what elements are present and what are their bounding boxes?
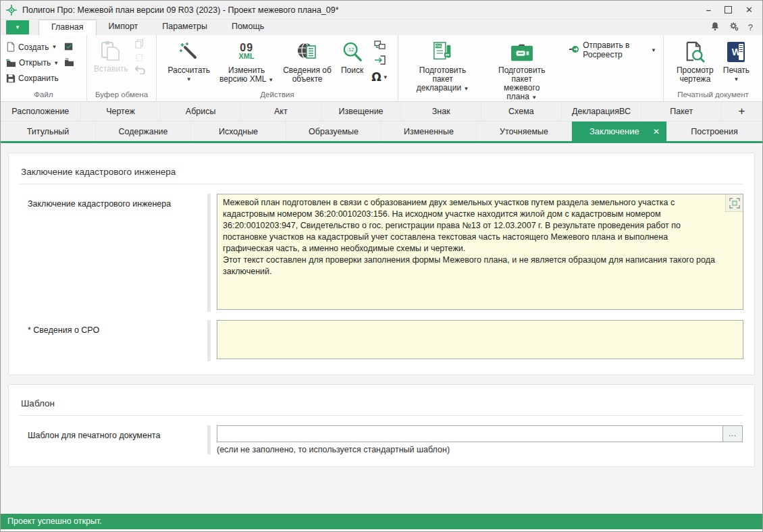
structure-icon[interactable] xyxy=(374,41,386,52)
magic-wand-icon xyxy=(179,40,199,64)
ribbon-group-file: Создать▼ Открыть▼ Сохранить xyxy=(1,35,87,101)
tab-postroeniya[interactable]: Построения xyxy=(667,122,762,141)
section-title-conclusion: Заключение кадастрового инженера xyxy=(21,167,743,177)
tab-zaklyuchenie-active[interactable]: Заключение ✕ xyxy=(572,122,667,141)
new-button[interactable]: Создать▼ xyxy=(5,41,60,53)
section-title-template: Шаблон xyxy=(21,398,743,408)
omega-symbols-button[interactable]: Ω ▼ xyxy=(370,70,389,84)
save-floppy-icon xyxy=(6,74,16,83)
expand-field-button[interactable] xyxy=(725,194,743,212)
copy-special-icon[interactable] xyxy=(135,53,144,63)
tab-deklaratsiyavs[interactable]: ДекларацияВС xyxy=(562,102,642,121)
group-label-actions: Действия xyxy=(159,89,395,101)
paste-button[interactable]: Вставить xyxy=(90,38,132,76)
maximize-button[interactable] xyxy=(725,6,732,14)
template-field-label: Шаблон для печатного документа xyxy=(20,425,207,454)
view-drawing-button[interactable]: Просмотр чертежа xyxy=(672,38,718,86)
app-menu-button[interactable]: ▼ xyxy=(6,20,29,34)
new-document-icon xyxy=(6,42,16,52)
ribbon-group-edoc: XML Подготовить пакет декларации ▼ Подго… xyxy=(398,35,664,101)
tab-skhema[interactable]: Схема xyxy=(481,102,562,121)
close-button[interactable]: ✕ xyxy=(745,5,753,16)
add-tab-button[interactable]: + xyxy=(722,102,762,121)
prepare-declaration-package-button[interactable]: XML Подготовить пакет декларации ▼ xyxy=(411,38,475,95)
sro-field-label: * Сведения о СРО xyxy=(20,320,207,361)
ribbon: Создать▼ Открыть▼ Сохранить xyxy=(1,35,762,102)
svg-text::12: :12 xyxy=(346,47,353,53)
tab-znak[interactable]: Знак xyxy=(401,102,481,121)
globe-document-icon xyxy=(296,40,318,64)
change-xml-version-button[interactable]: 09 XML Изменить версию XML ▼ xyxy=(215,38,278,86)
conclusion-section: Заключение кадастрового инженера Заключе… xyxy=(8,153,755,375)
open-button[interactable]: Открыть▼ xyxy=(5,57,60,69)
minimize-button[interactable]: – xyxy=(706,5,711,16)
print-button[interactable]: W Печать ▼ xyxy=(718,38,754,86)
paste-clipboard-icon xyxy=(101,41,121,64)
search-button[interactable]: :12 Поиск xyxy=(336,38,368,77)
template-path-input[interactable] xyxy=(217,425,723,442)
search-icon: :12 xyxy=(342,40,363,64)
tab-akt[interactable]: Акт xyxy=(241,102,321,121)
ribbon-group-print: Просмотр чертежа W Печать ▼ Печатный док… xyxy=(664,35,762,101)
tab-izveshchenie[interactable]: Извещение xyxy=(321,102,402,121)
active-tab-underline xyxy=(1,141,762,143)
menu-tab-help[interactable]: Помощь xyxy=(219,20,276,35)
prepare-plan-package-button[interactable]: Подготовить пакет межевого плана ▼ xyxy=(490,38,554,104)
menu-tab-main[interactable]: Главная xyxy=(38,20,97,35)
field-separator xyxy=(207,425,211,454)
calculate-button[interactable]: Рассчитать ▼ xyxy=(163,38,215,86)
menu-tab-params[interactable]: Параметры xyxy=(150,20,219,35)
svg-text:XML: XML xyxy=(435,44,442,48)
field-separator xyxy=(207,320,211,361)
settings-gear-icon[interactable] xyxy=(729,22,739,33)
status-message: Проект успешно открыт. xyxy=(7,516,102,526)
help-icon[interactable]: ? xyxy=(748,22,753,32)
open-folder-icon xyxy=(6,59,16,68)
tab-titulnyy[interactable]: Титульный xyxy=(1,122,96,141)
tab-raspolozhenie[interactable]: Расположение xyxy=(1,102,81,121)
conclusion-field-label: Заключение кадастрового инженера xyxy=(20,194,207,312)
tab-paket[interactable]: Пакет xyxy=(641,102,722,121)
xml-version-icon: 09 XML xyxy=(239,43,255,61)
tab-obrazuemye[interactable]: Образуемые xyxy=(286,122,382,141)
tab-utochnyaemye[interactable]: Уточняемые xyxy=(477,122,572,141)
tab-abrisy[interactable]: Абрисы xyxy=(161,102,241,121)
document-tabs: Расположение Чертеж Абрисы Акт Извещение… xyxy=(1,102,762,143)
tab-soderzhanie[interactable]: Содержание xyxy=(96,122,191,141)
status-bar: Проект успешно открыт. xyxy=(1,514,762,529)
app-logo-icon xyxy=(6,5,17,16)
tab-izmenennye[interactable]: Измененные xyxy=(382,122,477,141)
notifications-bell-icon[interactable] xyxy=(710,22,720,33)
close-tab-icon[interactable]: ✕ xyxy=(653,127,660,136)
drawing-preview-icon xyxy=(684,40,706,64)
copy-icon[interactable] xyxy=(135,39,144,51)
open-project-icon[interactable] xyxy=(64,58,74,69)
template-hint: (если не заполнено, то используется стан… xyxy=(217,445,743,454)
app-window: Полигон Про: Межевой план версии 09 R03 … xyxy=(0,0,763,532)
folder-usb-icon xyxy=(510,40,534,64)
window-title: Полигон Про: Межевой план версии 09 R03 … xyxy=(22,5,706,15)
browse-button[interactable]: ... xyxy=(723,425,743,442)
group-label-file: Файл xyxy=(3,89,84,101)
tab-iskhodnye[interactable]: Исходные xyxy=(191,122,286,141)
word-document-icon: W xyxy=(727,42,745,62)
send-to-rosreestr-button[interactable]: Отправить в Росреестр ▼ xyxy=(564,38,660,62)
import-box-icon[interactable] xyxy=(374,55,386,67)
sro-textarea[interactable] xyxy=(217,320,743,359)
object-info-button[interactable]: Сведения об объекте xyxy=(278,38,336,86)
expand-icon xyxy=(729,198,740,209)
conclusion-textarea[interactable]: Межевой план подготовлен в связи с образ… xyxy=(217,194,743,310)
omega-icon: Ω xyxy=(371,72,381,82)
new-project-icon[interactable] xyxy=(64,42,74,53)
menu-bar: ▼ Главная Импорт Параметры Помощь ? xyxy=(1,20,762,35)
menu-tab-import[interactable]: Импорт xyxy=(97,20,151,35)
main-content: Заключение кадастрового инженера Заключе… xyxy=(1,144,762,514)
xml-package-icon: XML xyxy=(431,40,454,64)
tab-chertezh[interactable]: Чертеж xyxy=(81,102,161,121)
save-button[interactable]: Сохранить xyxy=(5,72,60,84)
title-bar: Полигон Про: Межевой план версии 09 R03 … xyxy=(1,1,762,20)
undo-icon[interactable] xyxy=(134,65,145,76)
send-plug-icon xyxy=(569,44,579,57)
template-section: Шаблон Шаблон для печатного документа ..… xyxy=(8,384,755,467)
ribbon-group-clipboard: Вставить Буфер обмена xyxy=(87,35,157,101)
